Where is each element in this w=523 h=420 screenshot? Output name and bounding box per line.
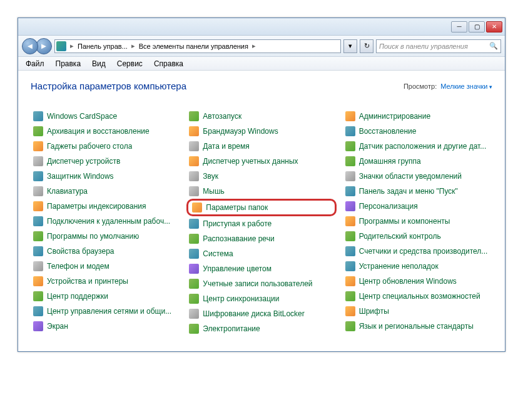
- control-panel-item[interactable]: Звук: [186, 169, 336, 184]
- item-icon: [189, 141, 199, 151]
- back-button[interactable]: ◄: [22, 38, 38, 54]
- item-label: Родительский контроль: [359, 232, 441, 241]
- item-icon: [33, 321, 43, 331]
- control-panel-item[interactable]: Программы по умолчанию: [31, 229, 180, 244]
- item-icon: [345, 141, 355, 151]
- menubar: Файл Правка Вид Сервис Справка: [18, 57, 505, 71]
- item-label: Программы по умолчанию: [47, 232, 139, 241]
- item-label: Windows CardSpace: [47, 112, 117, 121]
- menu-help[interactable]: Справка: [149, 58, 188, 69]
- control-panel-item[interactable]: Приступая к работе: [186, 216, 336, 231]
- maximize-button[interactable]: ▢: [469, 21, 485, 32]
- control-panel-item[interactable]: Управление цветом: [186, 261, 336, 276]
- menu-file[interactable]: Файл: [21, 58, 49, 69]
- address-dropdown[interactable]: ▾: [343, 39, 357, 53]
- item-icon: [33, 171, 43, 181]
- control-panel-item[interactable]: Значки области уведомлений: [343, 169, 492, 184]
- menu-view[interactable]: Вид: [87, 58, 111, 69]
- item-label: Параметры индексирования: [47, 202, 146, 211]
- item-label: Центр специальных возможностей: [359, 292, 480, 301]
- control-panel-item[interactable]: Брандмауэр Windows: [186, 124, 336, 139]
- item-label: Шрифты: [359, 307, 389, 316]
- control-panel-item[interactable]: Защитник Windows: [31, 169, 180, 184]
- item-label: Панель задач и меню "Пуск": [359, 187, 458, 196]
- control-panel-item[interactable]: Свойства браузера: [31, 244, 180, 259]
- control-panel-item[interactable]: Подключения к удаленным рабоч...: [31, 214, 180, 229]
- control-panel-item[interactable]: Телефон и модем: [31, 259, 180, 274]
- menu-edit[interactable]: Правка: [51, 58, 86, 69]
- item-icon: [189, 249, 199, 259]
- item-icon: [33, 306, 43, 316]
- control-panel-item[interactable]: Параметры папок: [186, 199, 336, 216]
- item-icon: [345, 276, 355, 286]
- search-input[interactable]: Поиск в панели управления 🔍: [376, 39, 501, 53]
- item-label: Домашняя группа: [359, 157, 421, 166]
- control-panel-item[interactable]: Центр поддержки: [31, 289, 180, 304]
- page-title: Настройка параметров компьютера: [31, 81, 404, 91]
- control-panel-item[interactable]: Шрифты: [343, 304, 492, 319]
- item-icon: [33, 246, 43, 256]
- control-panel-item[interactable]: Windows CardSpace: [31, 109, 180, 124]
- item-label: Телефон и модем: [47, 262, 109, 271]
- item-label: Центр синхронизации: [203, 294, 279, 303]
- item-icon: [33, 186, 43, 196]
- control-panel-item[interactable]: Дата и время: [186, 139, 336, 154]
- item-icon: [345, 186, 355, 196]
- items-grid: Windows CardSpaceАрхивация и восстановле…: [31, 109, 492, 336]
- item-icon: [189, 324, 199, 334]
- control-panel-item[interactable]: Центр обновления Windows: [343, 274, 492, 289]
- control-panel-item[interactable]: Архивация и восстановление: [31, 124, 180, 139]
- control-panel-item[interactable]: Персонализация: [343, 199, 492, 214]
- control-panel-item[interactable]: Датчик расположения и другие дат...: [343, 139, 492, 154]
- item-icon: [189, 126, 199, 136]
- address-bar[interactable]: ▸ Панель управ... ▸ Все элементы панели …: [54, 39, 341, 53]
- item-label: Брандмауэр Windows: [203, 127, 278, 136]
- refresh-button[interactable]: ↻: [360, 39, 373, 53]
- menu-service[interactable]: Сервис: [112, 58, 148, 69]
- item-icon: [345, 201, 355, 211]
- breadcrumb-seg1[interactable]: Панель управ...: [75, 40, 130, 52]
- item-icon: [33, 231, 43, 241]
- control-panel-item[interactable]: Родительский контроль: [343, 229, 492, 244]
- control-panel-item[interactable]: Электропитание: [186, 321, 336, 336]
- item-label: Восстановление: [359, 127, 417, 136]
- control-panel-item[interactable]: Распознавание речи: [186, 231, 336, 246]
- item-label: Электропитание: [203, 324, 260, 333]
- control-panel-item[interactable]: Программы и компоненты: [343, 214, 492, 229]
- control-panel-item[interactable]: Система: [186, 246, 336, 261]
- control-panel-item[interactable]: Диспетчер учетных данных: [186, 154, 336, 169]
- control-panel-item[interactable]: Устройства и принтеры: [31, 274, 180, 289]
- control-panel-item[interactable]: Панель задач и меню "Пуск": [343, 184, 492, 199]
- minimize-button[interactable]: ─: [451, 21, 467, 32]
- breadcrumb-seg2[interactable]: Все элементы панели управления: [136, 40, 251, 52]
- control-panel-item[interactable]: Шифрование диска BitLocker: [186, 306, 336, 321]
- navbar: ◄ ► ▸ Панель управ... ▸ Все элементы пан…: [18, 36, 505, 57]
- control-panel-item[interactable]: Устранение неполадок: [343, 259, 492, 274]
- control-panel-item[interactable]: Гаджеты рабочего стола: [31, 139, 180, 154]
- close-button[interactable]: ✕: [486, 21, 502, 32]
- control-panel-item[interactable]: Клавиатура: [31, 184, 180, 199]
- control-panel-item[interactable]: Счетчики и средства производител...: [343, 244, 492, 259]
- item-label: Автозапуск: [203, 112, 241, 121]
- item-icon: [189, 156, 199, 166]
- control-panel-item[interactable]: Домашняя группа: [343, 154, 492, 169]
- view-mode-dropdown[interactable]: Мелкие значки: [440, 82, 492, 90]
- item-icon: [189, 111, 199, 121]
- chevron-right-icon: ▸: [251, 42, 257, 50]
- control-panel-item[interactable]: Восстановление: [343, 124, 492, 139]
- control-panel-item[interactable]: Автозапуск: [186, 109, 336, 124]
- control-panel-item[interactable]: Мышь: [186, 184, 336, 199]
- item-label: Центр обновления Windows: [359, 277, 457, 286]
- item-icon: [189, 186, 199, 196]
- item-label: Система: [203, 249, 233, 258]
- control-panel-item[interactable]: Центр специальных возможностей: [343, 289, 492, 304]
- control-panel-item[interactable]: Диспетчер устройств: [31, 154, 180, 169]
- control-panel-item[interactable]: Администрирование: [343, 109, 492, 124]
- control-panel-item[interactable]: Учетные записи пользователей: [186, 276, 336, 291]
- control-panel-item[interactable]: Центр синхронизации: [186, 291, 336, 306]
- control-panel-item[interactable]: Язык и региональные стандарты: [343, 319, 492, 334]
- control-panel-window: ─ ▢ ✕ ◄ ► ▸ Панель управ... ▸ Все элемен…: [18, 18, 505, 352]
- control-panel-item[interactable]: Параметры индексирования: [31, 199, 180, 214]
- control-panel-item[interactable]: Центр управления сетями и общи...: [31, 304, 180, 319]
- control-panel-item[interactable]: Экран: [31, 319, 180, 334]
